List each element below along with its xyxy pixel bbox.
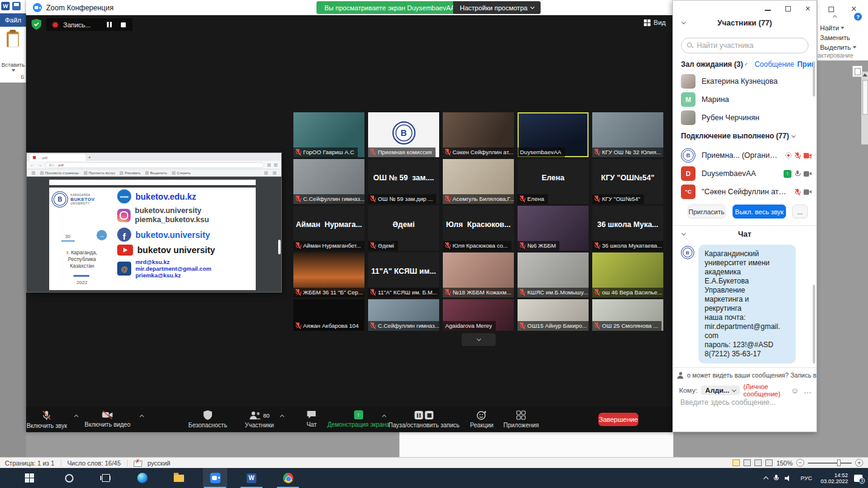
video-tile[interactable]: С.Сейфуллин гимназ... (293, 159, 364, 204)
close-button[interactable]: × (805, 4, 810, 13)
paste-dropdown-icon[interactable] (12, 69, 15, 72)
pdf-save-icon[interactable] (273, 171, 276, 175)
tray-speaker-icon[interactable] (785, 475, 792, 482)
new-tab-icon[interactable]: + (88, 155, 91, 160)
pdf-pages-icon[interactable] (32, 171, 35, 175)
taskbar-word[interactable]: W (239, 468, 264, 488)
zoom-slider[interactable] (808, 463, 852, 464)
word-select-button[interactable]: Выделить (820, 44, 856, 51)
maximize-button[interactable] (785, 6, 791, 12)
forward-icon[interactable]: → (38, 163, 42, 167)
view-options-dropdown[interactable]: Настройки просмотра (453, 1, 541, 14)
zoom-slider-thumb[interactable] (837, 459, 841, 466)
audio-options-icon[interactable] (74, 415, 78, 419)
chat-message-input[interactable] (680, 398, 810, 407)
spellcheck-icon[interactable] (134, 459, 142, 467)
taskbar-edge[interactable] (130, 468, 154, 488)
save-icon[interactable] (12, 2, 21, 10)
chat-more-icon[interactable]: … (804, 386, 812, 395)
view-button[interactable]: Вид (644, 19, 666, 26)
waiting-collapse-icon[interactable] (745, 63, 748, 65)
chat-button[interactable]: Чат (307, 410, 317, 428)
waiting-participant-row[interactable]: Екатерина Кузнецова (681, 73, 812, 89)
video-tile[interactable]: Айман Нурмага...Айман Нурмаганбет... (293, 206, 364, 251)
pdf-scrollbar[interactable] (278, 240, 281, 254)
stop-recording-icon[interactable] (425, 411, 434, 419)
help-icon[interactable]: ? (854, 13, 862, 21)
video-tile[interactable]: ОШ 25 Смолянова ... (592, 299, 663, 331)
video-tile[interactable]: Agaidarova Merey (443, 299, 514, 331)
print-layout-icon[interactable] (743, 459, 751, 466)
emoji-icon[interactable]: ☺ (791, 386, 799, 395)
web-layout-icon[interactable] (754, 459, 762, 466)
waiting-participant-row[interactable]: Рубен Черчинян (681, 110, 812, 126)
admit-link[interactable]: Принят (797, 60, 813, 69)
video-tile[interactable]: ОШ15 Айнур Бакиро... (518, 299, 589, 331)
start-button[interactable] (17, 468, 41, 488)
zoom-out-button[interactable]: − (796, 459, 804, 467)
recipient-dropdown[interactable]: Алди... (701, 385, 740, 395)
paste-button[interactable]: Вставить (0, 62, 26, 68)
joined-participant-row[interactable]: "C "Сәкен Сейфуллин атындағы г... (681, 184, 812, 200)
tray-expand-icon[interactable] (764, 476, 768, 481)
show-more-tiles-button[interactable] (462, 333, 496, 346)
taskbar-zoom[interactable] (203, 468, 227, 488)
video-tile[interactable]: КШЯС им.Б.Момышу... (518, 252, 589, 297)
chat-scrollbar[interactable] (813, 285, 815, 364)
video-tile[interactable]: BПриемная комиссия (368, 112, 439, 157)
waiting-participant-row[interactable]: ММарина (681, 92, 812, 107)
language-status[interactable]: русский (148, 459, 171, 467)
ribbon-collapse-icon[interactable] (833, 15, 837, 19)
menu-icon[interactable] (274, 163, 278, 167)
notifications-icon[interactable]: 3 (854, 475, 863, 482)
video-tile[interactable]: С.Сейфуллин гимназ... (368, 299, 439, 331)
video-tile[interactable]: №18 ЖББМ Кожахм... (443, 252, 514, 297)
search-input[interactable] (697, 41, 802, 50)
video-tile-active-speaker[interactable]: DuysembaevAA (518, 112, 589, 157)
pdf-print-icon[interactable] (264, 171, 268, 175)
tray-clock[interactable]: 14:5203.02.2022 (821, 472, 848, 484)
share-screen-button[interactable]: ↑ Демонстрация экрана (327, 410, 389, 428)
video-tile[interactable]: КГУ "ОШ№54"КГУ "ОШ№54" (592, 159, 663, 204)
cortana-button[interactable] (57, 468, 81, 488)
joined-collapse-icon[interactable] (791, 133, 796, 137)
minimize-button[interactable] (765, 10, 771, 11)
video-tile[interactable]: ӘдеміӘдемі (368, 206, 439, 251)
favorites-icon[interactable] (267, 163, 271, 167)
stop-recording-icon[interactable] (121, 22, 126, 27)
security-button[interactable]: Безопасность (188, 410, 227, 429)
video-options-icon[interactable] (140, 415, 144, 419)
invite-button[interactable]: Пригласить (688, 205, 725, 219)
chat-input-area[interactable] (680, 398, 810, 407)
more-options-button[interactable]: ... (792, 205, 808, 219)
unmute-button[interactable]: Включить звук (27, 410, 67, 429)
word-file-tab[interactable]: Файл (0, 13, 26, 27)
word-restore-button[interactable] (829, 7, 834, 12)
video-tile[interactable]: КГУ ОШ № 32 Юлия... (592, 112, 663, 157)
pause-recording-icon[interactable] (107, 22, 112, 27)
joined-participant-row[interactable]: D DuysembaevAA ↑ (681, 166, 812, 181)
participants-scrollbar[interactable] (813, 61, 815, 97)
scroll-up-icon[interactable] (863, 73, 867, 76)
tray-language[interactable]: РУС (801, 475, 812, 481)
participants-button[interactable]: 80 Участники (245, 410, 274, 429)
start-video-button[interactable]: Включить видео (84, 410, 131, 428)
pdf-tool[interactable]: Просмотр страницы (40, 171, 79, 175)
video-tile[interactable]: Сәкен Сейфуллин ат... (443, 112, 514, 157)
pause-stop-recording-button[interactable]: Пауза/остановить запись (388, 410, 459, 429)
video-tile[interactable]: ош 46 Вера Василье... (592, 252, 663, 297)
video-tile[interactable]: ЕленаЕлена (518, 159, 589, 204)
pdf-tool[interactable]: Прочесть вслух (84, 171, 115, 175)
word-scrollbar[interactable] (861, 72, 868, 144)
reactions-button[interactable]: Реакции (470, 410, 494, 429)
video-tile[interactable]: 36 школа Мука...36 школа Мукатаева... (592, 206, 663, 251)
word-replace-button[interactable]: Заменить (820, 34, 850, 41)
task-view-button[interactable] (94, 468, 118, 488)
address-input[interactable]: C:/….pdf (45, 162, 264, 168)
page-status[interactable]: Страница: 1 из 1 (5, 459, 55, 467)
paste-icon[interactable] (7, 32, 19, 47)
pdf-tool[interactable]: Выделить (145, 171, 167, 175)
focus-icon[interactable] (765, 459, 773, 466)
video-tile[interactable]: №6 ЖББМ (518, 206, 589, 251)
word-find-button[interactable]: Найти (820, 24, 844, 32)
